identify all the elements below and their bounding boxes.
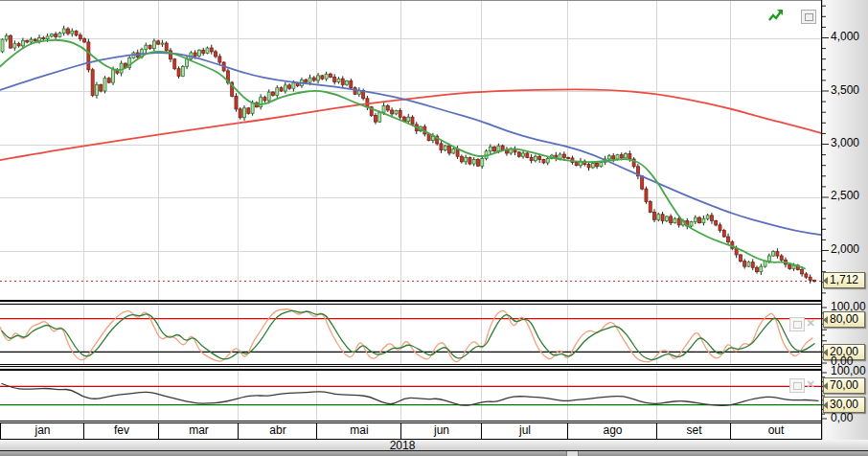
price-tick-label: 3,500 [831, 84, 859, 97]
month-label-mai: mai [316, 423, 401, 439]
stochastic-upper-level-tag: 80,00 [823, 311, 865, 328]
rsi-restore-button[interactable] [789, 378, 805, 393]
stochastic-panel[interactable] [0, 304, 821, 365]
month-label-jun: jun [400, 423, 482, 439]
scrollbar-grip[interactable] [566, 451, 579, 456]
year-axis: 2018 [0, 440, 868, 451]
month-label-jul: jul [481, 423, 568, 439]
month-label-fev: fev [83, 423, 159, 439]
rsi-close-button[interactable]: ✕ [804, 378, 817, 391]
month-label-set: set [656, 423, 731, 439]
horizontal-scrollbar[interactable] [0, 451, 868, 456]
restore-icon [805, 13, 813, 21]
last-price-tag: 1,712 [823, 272, 865, 288]
trend-arrow-icon [767, 8, 785, 23]
rsi-scale-bottom: 0,00 [831, 412, 853, 424]
time-axis[interactable]: jan fev mar abr mai jun jul ago set out [0, 422, 822, 440]
restore-icon [793, 382, 802, 390]
rsi-upper-level-tag: 70,00 [823, 377, 865, 394]
price-tick-label: 4,000 [831, 31, 859, 43]
month-label-out: out [730, 423, 822, 439]
month-label-jan: jan [0, 423, 84, 439]
stochastic-close-button[interactable]: ✕ [804, 317, 817, 330]
stochastic-restore-button[interactable] [789, 317, 805, 331]
trading-chart-window: ✕ ✕ 4,000 3,500 3,000 2,500 2,000 1,712 … [0, 0, 868, 456]
month-label-abr: abr [238, 423, 317, 439]
rsi-panel[interactable] [0, 370, 821, 422]
price-tick-label: 3,000 [831, 137, 859, 149]
rsi-scale-top: 100,00 [831, 365, 866, 377]
price-tick-label: 2,500 [831, 190, 859, 202]
restore-icon [793, 321, 802, 329]
restore-window-button[interactable] [801, 10, 816, 24]
price-tick-label: 2,000 [831, 243, 859, 256]
year-label: 2018 [379, 440, 425, 451]
month-label-mar: mar [158, 423, 239, 439]
month-label-ago: ago [567, 423, 657, 439]
price-chart-panel[interactable] [0, 1, 821, 301]
